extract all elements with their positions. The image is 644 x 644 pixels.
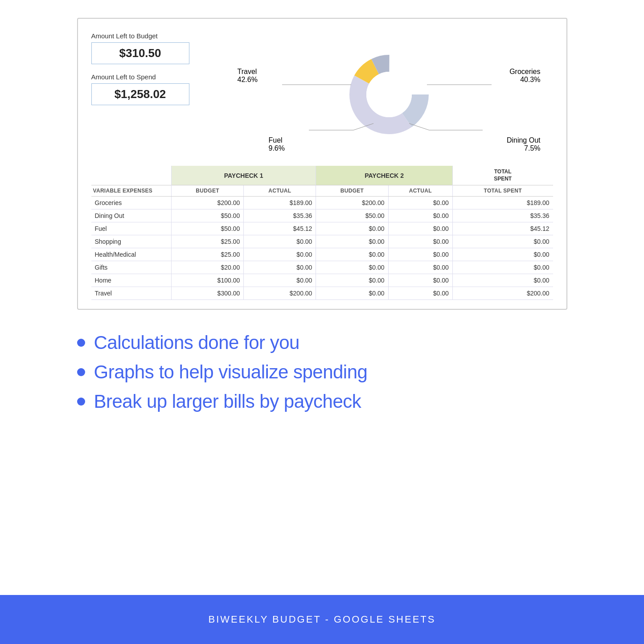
- row-p1-actual: $0.00: [244, 235, 316, 248]
- budget-label: Amount Left to Budget: [91, 32, 216, 40]
- row-p1-budget: $25.00: [172, 248, 244, 261]
- row-total: $0.00: [452, 274, 553, 287]
- row-name: Dining Out: [91, 209, 172, 222]
- travel-label: Travel 42.6%: [238, 68, 258, 84]
- donut-chart: [345, 50, 434, 139]
- row-p1-actual: $0.00: [244, 248, 316, 261]
- budget-table: PAYCHECK 1 PAYCHECK 2 TOTALSPENT VARIABL…: [91, 166, 553, 300]
- row-p2-budget: $0.00: [316, 261, 388, 274]
- col-header-row: VARIABLE EXPENSES BUDGET ACTUAL BUDGET A…: [91, 185, 553, 197]
- left-stats: Amount Left to Budget $310.50 Amount Lef…: [91, 32, 216, 105]
- bullet-item: Break up larger bills by paycheck: [77, 391, 567, 412]
- table-row: Gifts $20.00 $0.00 $0.00 $0.00 $0.00: [91, 261, 553, 274]
- row-p2-actual: $0.00: [388, 274, 452, 287]
- fuel-label: Fuel 9.6%: [269, 136, 285, 152]
- row-p1-actual: $0.00: [244, 274, 316, 287]
- bullet-text: Graphs to help visualize spending: [94, 361, 368, 383]
- dining-label: Dining Out 7.5%: [507, 136, 541, 152]
- row-p2-actual: $0.00: [388, 248, 452, 261]
- row-p2-actual: $0.00: [388, 197, 452, 209]
- row-p2-budget: $200.00: [316, 197, 388, 209]
- col-p2-actual: ACTUAL: [388, 185, 452, 197]
- row-p2-budget: $0.00: [316, 274, 388, 287]
- row-name: Fuel: [91, 222, 172, 235]
- row-p2-actual: $0.00: [388, 235, 452, 248]
- row-p2-budget: $50.00: [316, 209, 388, 222]
- row-name: Home: [91, 274, 172, 287]
- row-p1-actual: $45.12: [244, 222, 316, 235]
- bullet-text: Break up larger bills by paycheck: [94, 391, 361, 412]
- col-variable-expenses: VARIABLE EXPENSES: [91, 185, 172, 197]
- row-p2-actual: $0.00: [388, 261, 452, 274]
- header-group-row: PAYCHECK 1 PAYCHECK 2 TOTALSPENT: [91, 166, 553, 185]
- footer-text: BIWEEKLY BUDGET - GOOGLE SHEETS: [209, 614, 436, 625]
- col-p1-actual: ACTUAL: [244, 185, 316, 197]
- row-name: Gifts: [91, 261, 172, 274]
- page-wrapper: Amount Left to Budget $310.50 Amount Lef…: [0, 0, 644, 644]
- total-header: TOTALSPENT: [452, 166, 553, 185]
- row-p2-budget: $0.00: [316, 235, 388, 248]
- budget-value: $310.50: [91, 42, 189, 64]
- donut-wrapper: Travel 42.6% Groceries 40.3% Fuel 9.6%: [313, 32, 465, 157]
- table-row: Fuel $50.00 $45.12 $0.00 $0.00 $45.12: [91, 222, 553, 235]
- row-total: $45.12: [452, 222, 553, 235]
- row-total: $0.00: [452, 248, 553, 261]
- row-p2-actual: $0.00: [388, 287, 452, 300]
- col-p1-budget: BUDGET: [172, 185, 244, 197]
- expenses-col-header: [91, 166, 172, 185]
- table-row: Dining Out $50.00 $35.36 $50.00 $0.00 $3…: [91, 209, 553, 222]
- row-p2-budget: $0.00: [316, 222, 388, 235]
- table-row: Home $100.00 $0.00 $0.00 $0.00 $0.00: [91, 274, 553, 287]
- row-p2-budget: $0.00: [316, 248, 388, 261]
- row-p1-actual: $189.00: [244, 197, 316, 209]
- col-total: TOTAL SPENT: [452, 185, 553, 197]
- row-p1-budget: $100.00: [172, 274, 244, 287]
- row-total: $35.36: [452, 209, 553, 222]
- col-p2-budget: BUDGET: [316, 185, 388, 197]
- row-p1-budget: $50.00: [172, 222, 244, 235]
- row-p2-actual: $0.00: [388, 222, 452, 235]
- bullet-item: Graphs to help visualize spending: [77, 361, 567, 383]
- row-total: $189.00: [452, 197, 553, 209]
- bullet-dot: [77, 398, 85, 406]
- table-row: Shopping $25.00 $0.00 $0.00 $0.00 $0.00: [91, 235, 553, 248]
- spend-value: $1,258.02: [91, 83, 189, 105]
- table-row: Travel $300.00 $200.00 $0.00 $0.00 $200.…: [91, 287, 553, 300]
- bullet-item: Calculations done for you: [77, 332, 567, 353]
- row-name: Groceries: [91, 197, 172, 209]
- row-p1-actual: $35.36: [244, 209, 316, 222]
- row-total: $0.00: [452, 261, 553, 274]
- bullet-text: Calculations done for you: [94, 332, 299, 353]
- paycheck1-header: PAYCHECK 1: [172, 166, 316, 185]
- row-p1-budget: $20.00: [172, 261, 244, 274]
- groceries-label: Groceries 40.3%: [509, 68, 540, 84]
- donut-hole: [366, 72, 412, 117]
- row-p1-budget: $25.00: [172, 235, 244, 248]
- spend-label: Amount Left to Spend: [91, 73, 216, 81]
- row-p1-budget: $200.00: [172, 197, 244, 209]
- spreadsheet-container: Amount Left to Budget $310.50 Amount Lef…: [77, 18, 567, 310]
- row-name: Health/Medical: [91, 248, 172, 261]
- table-row: Groceries $200.00 $189.00 $200.00 $0.00 …: [91, 197, 553, 209]
- bullet-dot: [77, 368, 85, 376]
- row-p1-actual: $0.00: [244, 261, 316, 274]
- spend-stat-block: Amount Left to Spend $1,258.02: [91, 73, 216, 105]
- bullets-section: Calculations done for you Graphs to help…: [77, 332, 567, 420]
- footer: BIWEEKLY BUDGET - GOOGLE SHEETS: [0, 595, 644, 644]
- row-p2-actual: $0.00: [388, 209, 452, 222]
- row-p1-budget: $50.00: [172, 209, 244, 222]
- row-total: $200.00: [452, 287, 553, 300]
- row-total: $0.00: [452, 235, 553, 248]
- budget-stat-block: Amount Left to Budget $310.50: [91, 32, 216, 64]
- paycheck2-header: PAYCHECK 2: [316, 166, 452, 185]
- top-section: Amount Left to Budget $310.50 Amount Lef…: [91, 32, 553, 157]
- row-p1-budget: $300.00: [172, 287, 244, 300]
- row-name: Travel: [91, 287, 172, 300]
- row-p2-budget: $0.00: [316, 287, 388, 300]
- bullet-dot: [77, 339, 85, 347]
- row-name: Shopping: [91, 235, 172, 248]
- row-p1-actual: $200.00: [244, 287, 316, 300]
- table-row: Health/Medical $25.00 $0.00 $0.00 $0.00 …: [91, 248, 553, 261]
- chart-area: Travel 42.6% Groceries 40.3% Fuel 9.6%: [225, 32, 553, 157]
